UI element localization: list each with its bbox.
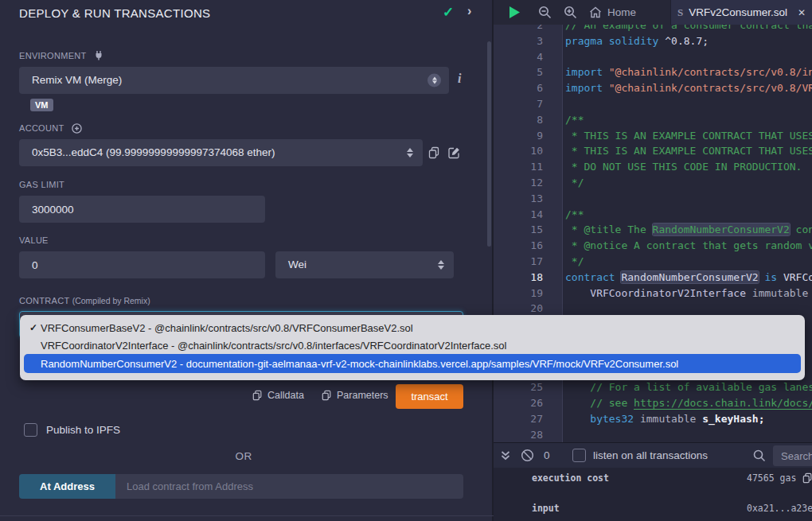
terminal-row-label: input	[532, 503, 560, 514]
code-line: 5import "@chainlink/contracts/src/v0.8/i…	[494, 64, 812, 80]
vm-badge: VM	[30, 99, 53, 111]
code-line: 6import "@chainlink/contracts/src/v0.8/V…	[494, 80, 812, 96]
code-text: // For a list of available gas lanes on …	[565, 379, 812, 395]
code-line: 26 // see https://docs.chain.link/docs/v…	[494, 395, 812, 411]
tab-home[interactable]: Home	[583, 0, 642, 25]
terminal-search-icon[interactable]	[753, 449, 766, 462]
panel-scrollbar[interactable]	[487, 41, 491, 247]
environment-label: ENVIRONMENT	[19, 50, 103, 60]
environment-value: Remix VM (Merge)	[32, 74, 122, 86]
code-text: import "@chainlink/contracts/src/v0.8/VR…	[565, 80, 812, 96]
zoom-out-icon[interactable]	[538, 6, 552, 19]
listen-all-transactions-label: listen on all transactions	[593, 449, 708, 461]
close-tab-icon[interactable]: ✕	[798, 7, 806, 18]
contract-option-label: VRFCoordinatorV2Interface - @chainlink/c…	[41, 340, 506, 352]
zoom-in-icon[interactable]	[564, 6, 577, 19]
code-text: // An example of a consumer contract tha…	[565, 25, 812, 33]
parameters-action[interactable]: Parameters	[322, 390, 388, 401]
code-text: * @notice A contract that gets random va…	[565, 238, 812, 254]
code-line: 2// An example of a consumer contract th…	[494, 25, 812, 33]
parameters-label: Parameters	[337, 390, 388, 401]
clear-console-ban-icon[interactable]	[521, 449, 534, 462]
select-caret-icon	[427, 74, 441, 87]
line-number: 28	[494, 427, 543, 442]
run-script-play-icon[interactable]	[508, 6, 521, 19]
add-account-plus-icon[interactable]	[72, 123, 82, 134]
edit-account-icon[interactable]	[448, 146, 461, 159]
terminal-row: execution cost47565 gas	[494, 472, 812, 484]
gas-limit-input[interactable]	[19, 196, 265, 223]
copy-account-icon[interactable]	[428, 146, 440, 159]
calldata-label: Calldata	[267, 390, 304, 401]
value-unit: Wei	[288, 259, 306, 270]
contract-option-label: VRFConsumerBaseV2 - @chainlink/contracts…	[41, 322, 413, 334]
at-address-button[interactable]: At Address	[19, 474, 115, 499]
copy-parameters-icon	[322, 390, 332, 401]
code-line: 16 * @notice A contract that gets random…	[494, 238, 812, 254]
code-text: /**	[565, 207, 584, 223]
solidity-file-icon: S	[677, 6, 683, 19]
collapse-panel-chevron-icon[interactable]: ›	[467, 4, 471, 18]
line-number: 18	[494, 270, 543, 286]
terminal-row: input0xa21...a23e4	[494, 503, 812, 514]
terminal: 0 listen on all transactions execution c…	[494, 442, 812, 521]
or-divider-label: OR	[0, 450, 487, 462]
line-number: 4	[494, 49, 543, 65]
code-line: 7	[494, 96, 812, 112]
line-number: 12	[494, 175, 543, 191]
panel-title: DEPLOY & RUN TRANSACTIONS	[19, 6, 210, 20]
line-number: 2	[494, 25, 543, 33]
code-line: 11 * DO NOT USE THIS CODE IN PRODUCTION.	[494, 159, 812, 175]
environment-info-icon[interactable]: i	[458, 72, 461, 86]
deploy-run-panel: DEPLOY & RUN TRANSACTIONS ✓ › ENVIRONMEN…	[0, 0, 494, 521]
listen-all-transactions-checkbox[interactable]	[572, 449, 586, 462]
gas-limit-label: GAS LIMIT	[19, 180, 64, 189]
contract-option-label: RandomNumberConsumerV2 - documentation-g…	[41, 358, 678, 370]
code-text: pragma solidity ^0.8.7;	[565, 33, 709, 49]
terminal-search-input[interactable]	[773, 445, 812, 466]
environment-select[interactable]: Remix VM (Merge)	[19, 67, 449, 94]
remix-ide-window: DEPLOY & RUN TRANSACTIONS ✓ › ENVIRONMEN…	[0, 0, 812, 521]
terminal-row-label: execution cost	[532, 472, 609, 484]
terminal-row-value: 47565 gas	[747, 472, 796, 484]
calldata-action[interactable]: Calldata	[252, 390, 304, 401]
code-line: 12 */	[494, 175, 812, 191]
account-label: ACCOUNT	[19, 123, 82, 134]
contract-option-0[interactable]: ✓VRFConsumerBaseV2 - @chainlink/contract…	[24, 319, 801, 336]
publish-ipfs-checkbox[interactable]	[24, 423, 37, 437]
code-line: 3pragma solidity ^0.8.7;	[494, 33, 812, 49]
code-text: * THIS IS AN EXAMPLE CONTRACT THAT USES …	[565, 143, 812, 159]
tab-vrfv2consumer-label: VRFv2Consumer.sol	[689, 6, 787, 18]
code-line: 10 * THIS IS AN EXAMPLE CONTRACT THAT US…	[494, 143, 812, 159]
code-text: * DO NOT USE THIS CODE IN PRODUCTION.	[565, 159, 802, 175]
line-number: 5	[494, 64, 543, 80]
line-number: 3	[494, 33, 543, 49]
value-input[interactable]	[19, 251, 265, 278]
contract-option-2[interactable]: RandomNumberConsumerV2 - documentation-g…	[24, 354, 801, 373]
select-caret-icon	[438, 260, 444, 270]
code-line: 15 * @title The RandomNumberConsumerV2 c…	[494, 222, 812, 238]
code-text: // see https://docs.chain.link/docs/vrf-…	[565, 395, 812, 411]
tab-vrfv2consumer[interactable]: S VRFv2Consumer.sol ✕	[670, 0, 812, 25]
line-number: 16	[494, 238, 543, 254]
account-select[interactable]: 0x5B3...eddC4 (99.99999999999997374068 e…	[19, 139, 423, 166]
tab-home-label: Home	[607, 6, 636, 18]
copy-calldata-icon	[252, 390, 263, 401]
code-line: 17 */	[494, 254, 812, 270]
panel-divider	[0, 515, 494, 516]
code-text: */	[565, 175, 584, 191]
line-number: 13	[494, 191, 543, 207]
transact-button[interactable]: transact	[396, 384, 463, 409]
line-number: 25	[494, 379, 543, 395]
line-number: 27	[494, 411, 543, 427]
select-caret-icon	[407, 148, 413, 157]
copy-value-icon[interactable]	[802, 472, 812, 484]
value-unit-select[interactable]: Wei	[275, 251, 454, 278]
expand-terminal-chevrons-icon[interactable]	[500, 450, 511, 461]
line-number: 14	[494, 207, 543, 223]
contract-dropdown-popup: ✓VRFConsumerBaseV2 - @chainlink/contract…	[20, 315, 805, 380]
line-number: 11	[494, 159, 543, 175]
contract-option-1[interactable]: VRFCoordinatorV2Interface - @chainlink/c…	[24, 336, 801, 354]
at-address-input[interactable]	[115, 474, 463, 499]
pending-tx-count: 0	[544, 449, 550, 461]
